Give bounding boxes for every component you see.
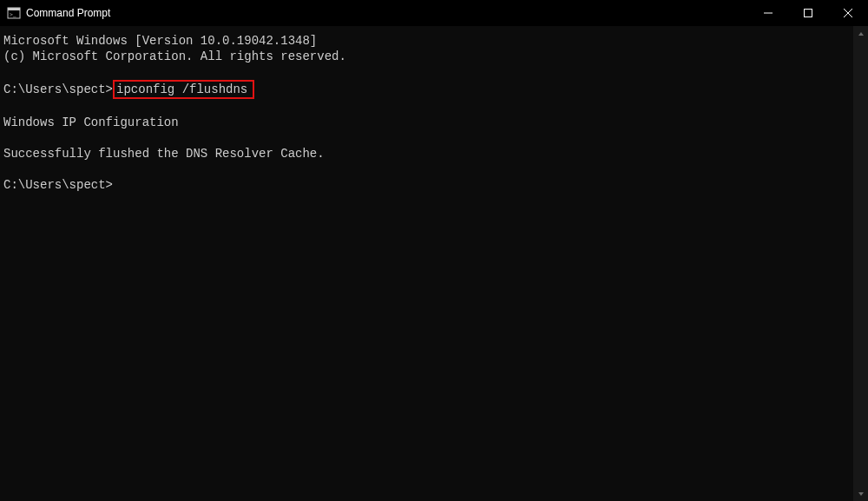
prompt-1: C:\Users\spect> (3, 82, 113, 96)
flush-result: Successfully flushed the DNS Resolver Ca… (3, 147, 325, 161)
copyright-line: (c) Microsoft Corporation. All rights re… (3, 49, 346, 63)
cmd-app-icon: >_ (7, 6, 21, 20)
titlebar: >_ Command Prompt (0, 0, 868, 26)
svg-marker-7 (858, 32, 864, 36)
vertical-scrollbar[interactable] (853, 26, 868, 501)
maximize-button[interactable] (788, 0, 828, 26)
window-controls (748, 0, 868, 26)
svg-marker-8 (858, 492, 864, 496)
svg-rect-4 (805, 10, 812, 17)
command-highlight: ipconfig /flushdns (113, 80, 254, 99)
ipconfig-heading: Windows IP Configuration (3, 115, 179, 129)
console-wrap: Microsoft Windows [Version 10.0.19042.13… (0, 26, 868, 501)
blank-line (3, 99, 850, 115)
console-output[interactable]: Microsoft Windows [Version 10.0.19042.13… (0, 26, 853, 501)
svg-text:>_: >_ (10, 11, 16, 18)
titlebar-left: >_ Command Prompt (7, 6, 110, 20)
window-title: Command Prompt (26, 7, 110, 19)
blank-line (3, 64, 850, 80)
version-line: Microsoft Windows [Version 10.0.19042.13… (3, 34, 317, 48)
close-button[interactable] (828, 0, 868, 26)
scroll-down-arrow-icon[interactable] (853, 486, 868, 501)
command-text: ipconfig /flushdns (116, 82, 247, 96)
blank-line (3, 130, 850, 146)
svg-rect-1 (8, 8, 20, 10)
minimize-button[interactable] (748, 0, 788, 26)
blank-line (3, 162, 850, 177)
scroll-up-arrow-icon[interactable] (853, 26, 868, 41)
prompt-2: C:\Users\spect> (3, 178, 113, 192)
